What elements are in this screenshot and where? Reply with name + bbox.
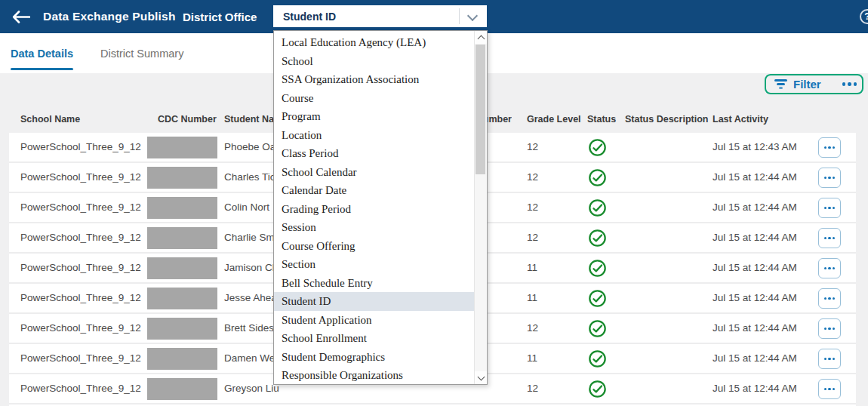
status-success-icon [588,168,607,187]
row-actions-button[interactable] [818,228,841,248]
row-actions-button[interactable] [818,168,841,188]
dropdown-option[interactable]: Grading Period [274,200,474,219]
dropdown-option[interactable]: School Enrollment [274,329,474,348]
status-success-icon [588,229,607,248]
help-icon[interactable]: ? [860,9,868,24]
filter-button[interactable]: Filter [765,74,863,94]
grade-level-cell: 12 [527,133,538,161]
student-name-cell: Damen We [224,344,275,373]
column-status: Status [587,106,616,133]
student-name-cell: Greyson Liu [224,374,279,403]
grade-level-cell: 12 [527,163,538,192]
dropdown-scrollbar[interactable] [474,31,487,384]
status-success-icon [588,349,607,368]
dropdown-option[interactable]: Section [274,255,474,274]
last-activity-cell: Jul 15 at 12:44 AM [713,254,797,282]
row-actions-button[interactable] [818,318,841,339]
grade-level-cell: 11 [527,344,537,373]
more-options-icon[interactable] [842,82,857,86]
row-actions-button[interactable] [818,258,841,278]
cdc-number-redacted-block [147,257,217,279]
tab-district-summary[interactable]: District Summary [100,33,183,73]
dropdown-option[interactable]: Bell Schedule Entry [274,274,474,293]
last-activity-cell: Jul 15 at 12:44 AM [713,344,797,373]
dropdown-option[interactable]: Course [274,89,474,108]
dropdown-option[interactable]: Student ID [274,292,474,311]
student-name-cell: Phoebe Oa [224,133,275,161]
tab-data-details[interactable]: Data Details [11,33,73,73]
dropdown-option[interactable]: School [274,52,474,71]
last-activity-cell: Jul 15 at 12:44 AM [713,284,797,312]
entity-dropdown-list: Local Education Agency (LEA)SchoolSSA Or… [273,30,488,385]
dropdown-option[interactable]: Location [274,126,474,145]
row-actions-button[interactable] [818,379,841,399]
last-activity-cell: Jul 15 at 12:43 AM [713,133,797,161]
status-success-icon [588,319,607,338]
student-name-cell: Charlie Sm [224,223,275,252]
status-success-icon [588,380,607,398]
tab-label: Data Details [11,48,73,60]
last-activity-cell: Jul 15 at 12:44 AM [713,163,797,192]
status-success-icon [588,289,607,308]
dropdown-option[interactable]: Student Application [274,311,474,330]
status-success-icon [588,259,607,278]
column-grade-level: Grade Level [527,106,581,133]
cdc-number-redacted-block [147,227,217,249]
dropdown-option[interactable]: Calendar Date [274,181,474,200]
grade-level-cell: 12 [527,314,538,343]
grade-level-cell: 12 [527,223,538,252]
scroll-down-arrow-icon[interactable] [475,371,487,384]
select-divider [459,8,460,24]
cdc-number-redacted-block [147,197,217,219]
active-tab-underline [11,68,73,70]
school-name-cell: PowerSchool_Three_9_12 [20,314,141,343]
dropdown-option[interactable]: Session [274,218,474,237]
tab-label: District Summary [100,48,183,60]
grade-level-cell: 12 [527,193,538,222]
district-office-link[interactable]: District Office [183,0,257,33]
grade-level-cell: 12 [527,374,538,403]
dropdown-option[interactable]: Program [274,107,474,126]
filter-button-label: Filter [793,78,821,91]
dropdown-option[interactable]: Responsible Organizations [274,366,474,385]
school-name-cell: PowerSchool_Three_9_12 [20,344,141,373]
row-actions-button[interactable] [818,349,841,369]
column-status-description: Status Description [625,106,708,133]
student-name-cell: Charles Tic [224,163,275,192]
dropdown-option[interactable]: Student Demographics [274,348,474,367]
student-name-cell: Brett Sides [224,314,274,343]
row-actions-button[interactable] [818,198,841,218]
cdc-number-redacted-block [147,288,217,309]
cdc-number-redacted-block [147,378,217,400]
scroll-up-arrow-icon[interactable] [475,31,487,44]
column-school-name: School Name [20,106,80,133]
school-name-cell: PowerSchool_Three_9_12 [20,254,141,282]
dropdown-option[interactable]: School Calendar [274,163,474,182]
entity-select-value: Student ID [283,11,336,23]
dropdown-option[interactable]: Course Offering [274,237,474,256]
row-actions-button[interactable] [818,137,841,158]
scrollbar-thumb[interactable] [476,45,485,174]
dropdown-option[interactable]: Local Education Agency (LEA) [274,33,474,52]
school-name-cell: PowerSchool_Three_9_12 [20,284,141,312]
school-name-cell: PowerSchool_Three_9_12 [20,163,141,192]
student-name-cell: Colin Nort [224,193,269,222]
dropdown-option[interactable]: SSA Organization Association [274,70,474,89]
dropdown-option[interactable]: Class Period [274,144,474,163]
status-success-icon [588,138,607,157]
row-actions-button[interactable] [818,288,841,309]
status-success-icon [588,198,607,217]
cdc-number-redacted-block [147,167,217,189]
student-name-cell: Jamison Ch [224,254,278,282]
entity-select[interactable]: Student ID [273,5,487,27]
student-name-cell: Jesse Ahea [224,284,277,312]
school-name-cell: PowerSchool_Three_9_12 [20,193,141,222]
last-activity-cell: Jul 15 at 12:44 AM [713,314,797,343]
cdc-number-redacted-block [147,348,217,370]
help-glyph: ? [864,11,868,22]
page-title: Data Exchange Publish [43,0,176,33]
school-name-cell: PowerSchool_Three_9_12 [20,223,141,252]
chevron-down-icon [467,11,478,21]
back-arrow-icon[interactable] [12,0,30,33]
grade-level-cell: 11 [527,254,537,282]
